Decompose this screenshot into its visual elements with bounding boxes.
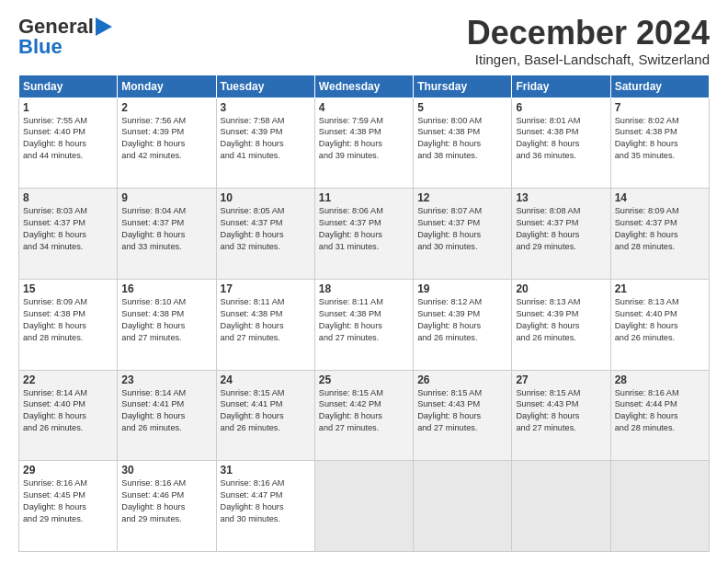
cell-details: Sunrise: 7:59 AMSunset: 4:38 PMDaylight:… (319, 115, 409, 163)
day-number: 14 (615, 191, 705, 204)
day-number: 25 (319, 373, 409, 386)
header: General Blue December 2024 Itingen, Base… (18, 15, 710, 67)
cell-details: Sunrise: 8:15 AMSunset: 4:42 PMDaylight:… (319, 387, 409, 435)
cell-details: Sunrise: 8:14 AMSunset: 4:41 PMDaylight:… (121, 387, 211, 435)
cell-details: Sunrise: 8:15 AMSunset: 4:41 PMDaylight:… (221, 387, 311, 435)
day-number: 1 (23, 101, 113, 114)
table-row: 4Sunrise: 7:59 AMSunset: 4:38 PMDaylight… (314, 98, 413, 189)
table-row: 8Sunrise: 8:03 AMSunset: 4:37 PMDaylight… (19, 189, 118, 280)
cell-details: Sunrise: 8:09 AMSunset: 4:38 PMDaylight:… (23, 296, 113, 344)
day-number: 27 (516, 373, 606, 386)
day-number: 22 (23, 373, 113, 386)
col-monday: Monday (118, 75, 216, 98)
cell-details: Sunrise: 8:02 AMSunset: 4:38 PMDaylight:… (615, 115, 705, 163)
cell-details: Sunrise: 8:10 AMSunset: 4:38 PMDaylight:… (121, 296, 211, 344)
day-number: 8 (23, 191, 113, 204)
col-sunday: Sunday (19, 75, 118, 98)
cell-details: Sunrise: 8:16 AMSunset: 4:45 PMDaylight:… (23, 477, 113, 525)
calendar-row-2: 8Sunrise: 8:03 AMSunset: 4:37 PMDaylight… (19, 189, 710, 280)
table-row: 21Sunrise: 8:13 AMSunset: 4:40 PMDayligh… (610, 279, 709, 370)
cell-details: Sunrise: 8:15 AMSunset: 4:43 PMDaylight:… (516, 387, 606, 435)
cell-details: Sunrise: 8:16 AMSunset: 4:46 PMDaylight:… (121, 477, 211, 525)
day-number: 24 (221, 373, 311, 386)
table-row: 5Sunrise: 8:00 AMSunset: 4:38 PMDaylight… (414, 98, 512, 189)
cell-details: Sunrise: 8:13 AMSunset: 4:40 PMDaylight:… (615, 296, 705, 344)
logo-arrow-icon (96, 17, 112, 36)
table-row: 15Sunrise: 8:09 AMSunset: 4:38 PMDayligh… (19, 279, 118, 370)
cell-details: Sunrise: 8:05 AMSunset: 4:37 PMDaylight:… (221, 205, 311, 253)
cell-details: Sunrise: 8:06 AMSunset: 4:37 PMDaylight:… (319, 205, 409, 253)
day-number: 5 (417, 101, 507, 114)
day-number: 15 (23, 282, 113, 295)
cell-details: Sunrise: 7:55 AMSunset: 4:40 PMDaylight:… (23, 115, 113, 163)
cell-details: Sunrise: 8:03 AMSunset: 4:37 PMDaylight:… (23, 205, 113, 253)
table-row (414, 461, 512, 552)
table-row: 7Sunrise: 8:02 AMSunset: 4:38 PMDaylight… (610, 98, 709, 189)
table-row: 20Sunrise: 8:13 AMSunset: 4:39 PMDayligh… (512, 279, 610, 370)
table-row: 12Sunrise: 8:07 AMSunset: 4:37 PMDayligh… (414, 189, 512, 280)
logo: General Blue (18, 15, 112, 59)
day-number: 19 (417, 282, 507, 295)
calendar-row-5: 29Sunrise: 8:16 AMSunset: 4:45 PMDayligh… (19, 461, 710, 552)
day-number: 26 (417, 373, 507, 386)
calendar-row-1: 1Sunrise: 7:55 AMSunset: 4:40 PMDaylight… (19, 98, 710, 189)
table-row: 14Sunrise: 8:09 AMSunset: 4:37 PMDayligh… (610, 189, 709, 280)
day-number: 2 (121, 101, 211, 114)
cell-details: Sunrise: 8:13 AMSunset: 4:39 PMDaylight:… (516, 296, 606, 344)
table-row: 6Sunrise: 8:01 AMSunset: 4:38 PMDaylight… (512, 98, 610, 189)
logo-blue: Blue (18, 35, 63, 59)
table-row: 24Sunrise: 8:15 AMSunset: 4:41 PMDayligh… (216, 370, 314, 461)
cell-details: Sunrise: 8:04 AMSunset: 4:37 PMDaylight:… (121, 205, 211, 253)
day-number: 4 (319, 101, 409, 114)
calendar-row-3: 15Sunrise: 8:09 AMSunset: 4:38 PMDayligh… (19, 279, 710, 370)
day-number: 11 (319, 191, 409, 204)
cell-details: Sunrise: 8:16 AMSunset: 4:47 PMDaylight:… (221, 477, 311, 525)
cell-details: Sunrise: 8:00 AMSunset: 4:38 PMDaylight:… (417, 115, 507, 163)
day-number: 31 (221, 464, 311, 477)
table-row: 25Sunrise: 8:15 AMSunset: 4:42 PMDayligh… (314, 370, 413, 461)
day-number: 13 (516, 191, 606, 204)
calendar-table: Sunday Monday Tuesday Wednesday Thursday… (18, 75, 710, 552)
day-number: 6 (516, 101, 606, 114)
col-saturday: Saturday (610, 75, 709, 98)
page: General Blue December 2024 Itingen, Base… (0, 0, 728, 563)
calendar-row-4: 22Sunrise: 8:14 AMSunset: 4:40 PMDayligh… (19, 370, 710, 461)
table-row: 31Sunrise: 8:16 AMSunset: 4:47 PMDayligh… (216, 461, 314, 552)
cell-details: Sunrise: 7:58 AMSunset: 4:39 PMDaylight:… (221, 115, 311, 163)
table-row: 19Sunrise: 8:12 AMSunset: 4:39 PMDayligh… (414, 279, 512, 370)
table-row: 16Sunrise: 8:10 AMSunset: 4:38 PMDayligh… (118, 279, 216, 370)
day-number: 16 (121, 282, 211, 295)
table-row (512, 461, 610, 552)
day-number: 29 (23, 464, 113, 477)
title-block: December 2024 Itingen, Basel-Landschaft,… (467, 15, 710, 67)
cell-details: Sunrise: 8:07 AMSunset: 4:37 PMDaylight:… (417, 205, 507, 253)
day-number: 28 (615, 373, 705, 386)
cell-details: Sunrise: 7:56 AMSunset: 4:39 PMDaylight:… (121, 115, 211, 163)
table-row: 1Sunrise: 7:55 AMSunset: 4:40 PMDaylight… (19, 98, 118, 189)
day-number: 20 (516, 282, 606, 295)
col-friday: Friday (512, 75, 610, 98)
table-row: 23Sunrise: 8:14 AMSunset: 4:41 PMDayligh… (118, 370, 216, 461)
day-number: 18 (319, 282, 409, 295)
cell-details: Sunrise: 8:08 AMSunset: 4:37 PMDaylight:… (516, 205, 606, 253)
table-row: 17Sunrise: 8:11 AMSunset: 4:38 PMDayligh… (216, 279, 314, 370)
col-thursday: Thursday (414, 75, 512, 98)
cell-details: Sunrise: 8:11 AMSunset: 4:38 PMDaylight:… (221, 296, 311, 344)
day-number: 3 (221, 101, 311, 114)
table-row: 30Sunrise: 8:16 AMSunset: 4:46 PMDayligh… (118, 461, 216, 552)
subtitle: Itingen, Basel-Landschaft, Switzerland (467, 52, 710, 67)
table-row: 9Sunrise: 8:04 AMSunset: 4:37 PMDaylight… (118, 189, 216, 280)
table-row: 18Sunrise: 8:11 AMSunset: 4:38 PMDayligh… (314, 279, 413, 370)
cell-details: Sunrise: 8:11 AMSunset: 4:38 PMDaylight:… (319, 296, 409, 344)
day-number: 10 (221, 191, 311, 204)
table-row: 27Sunrise: 8:15 AMSunset: 4:43 PMDayligh… (512, 370, 610, 461)
cell-details: Sunrise: 8:01 AMSunset: 4:38 PMDaylight:… (516, 115, 606, 163)
col-wednesday: Wednesday (314, 75, 413, 98)
day-number: 17 (221, 282, 311, 295)
table-row: 13Sunrise: 8:08 AMSunset: 4:37 PMDayligh… (512, 189, 610, 280)
month-title: December 2024 (467, 15, 710, 52)
cell-details: Sunrise: 8:16 AMSunset: 4:44 PMDaylight:… (615, 387, 705, 435)
day-number: 9 (121, 191, 211, 204)
table-row: 3Sunrise: 7:58 AMSunset: 4:39 PMDaylight… (216, 98, 314, 189)
table-row (314, 461, 413, 552)
